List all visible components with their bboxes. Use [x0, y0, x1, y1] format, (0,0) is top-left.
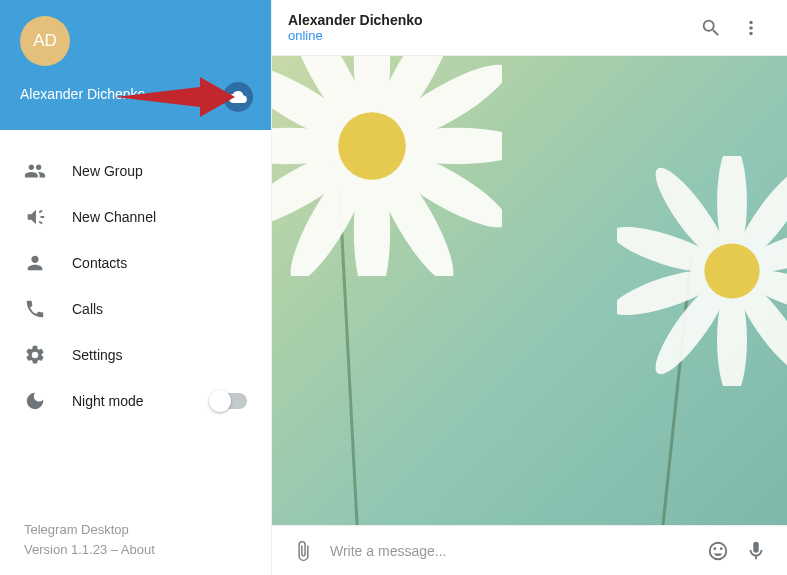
chat-title-block[interactable]: Alexander Dichenko online — [288, 12, 691, 43]
smile-icon — [707, 540, 729, 562]
saved-messages-cloud-button[interactable] — [223, 82, 253, 112]
menu-item-calls[interactable]: Calls — [0, 286, 271, 332]
menu-item-night-mode[interactable]: Night mode — [0, 378, 271, 424]
menu-label: Calls — [72, 301, 103, 317]
megaphone-icon — [24, 206, 50, 228]
gear-icon — [24, 344, 50, 366]
bg-flower-decoration — [272, 56, 502, 276]
bg-flower-decoration — [617, 156, 787, 386]
svg-point-13 — [338, 112, 406, 180]
menu-item-settings[interactable]: Settings — [0, 332, 271, 378]
sidebar: AD Alexander Dichenko New Group New Chan… — [0, 0, 272, 575]
version-line: Version 1.1.23 – About — [24, 540, 247, 560]
sidebar-header: AD Alexander Dichenko — [0, 0, 271, 130]
more-button[interactable] — [731, 8, 771, 48]
chat-background — [272, 56, 787, 525]
message-input[interactable] — [322, 543, 699, 559]
about-link[interactable]: About — [121, 542, 155, 557]
sidebar-menu: New Group New Channel Contacts Calls Set… — [0, 130, 271, 504]
chat-name: Alexander Dichenko — [288, 12, 691, 28]
profile-name: Alexander Dichenko — [20, 86, 251, 102]
menu-label: New Group — [72, 163, 143, 179]
chat-header: Alexander Dichenko online — [272, 0, 787, 56]
menu-item-contacts[interactable]: Contacts — [0, 240, 271, 286]
paperclip-icon — [292, 540, 314, 562]
svg-point-24 — [704, 243, 759, 298]
more-vertical-icon — [740, 17, 762, 39]
night-mode-toggle[interactable] — [211, 393, 247, 409]
avatar-initials: AD — [33, 31, 57, 51]
cloud-icon — [229, 88, 247, 106]
menu-label: Settings — [72, 347, 123, 363]
chat-panel: Alexander Dichenko online — [272, 0, 787, 575]
attach-button[interactable] — [284, 532, 322, 570]
chat-status: online — [288, 28, 691, 43]
app-name: Telegram Desktop — [24, 520, 247, 540]
search-button[interactable] — [691, 8, 731, 48]
version-text: Version 1.1.23 – — [24, 542, 121, 557]
microphone-icon — [745, 540, 767, 562]
message-composer — [272, 525, 787, 575]
avatar[interactable]: AD — [20, 16, 70, 66]
menu-label: New Channel — [72, 209, 156, 225]
menu-label: Contacts — [72, 255, 127, 271]
phone-icon — [24, 298, 50, 320]
moon-icon — [24, 390, 50, 412]
person-icon — [24, 252, 50, 274]
sidebar-footer: Telegram Desktop Version 1.1.23 – About — [0, 504, 271, 575]
menu-item-new-channel[interactable]: New Channel — [0, 194, 271, 240]
menu-item-new-group[interactable]: New Group — [0, 148, 271, 194]
menu-label: Night mode — [72, 393, 144, 409]
voice-button[interactable] — [737, 532, 775, 570]
group-icon — [24, 160, 50, 182]
emoji-button[interactable] — [699, 532, 737, 570]
search-icon — [700, 17, 722, 39]
